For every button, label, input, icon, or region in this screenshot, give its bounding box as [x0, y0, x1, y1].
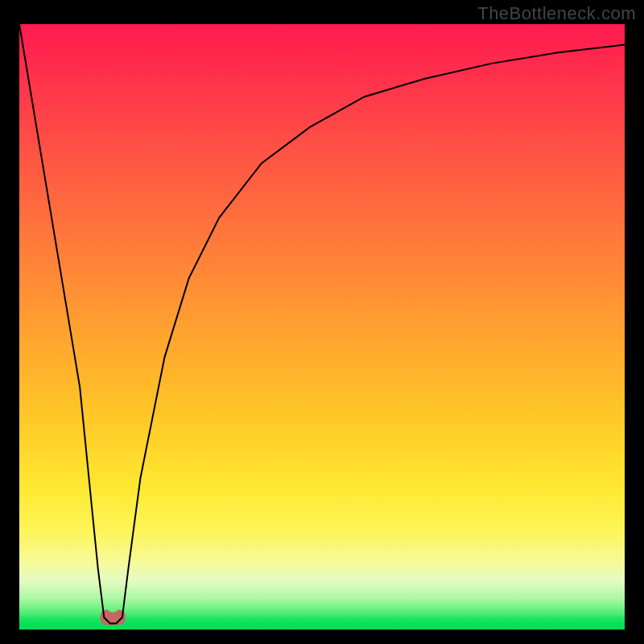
bottleneck-curve: [19, 24, 625, 623]
chart-frame: TheBottleneck.com: [0, 0, 644, 644]
curve-layer: [19, 24, 625, 630]
watermark-text: TheBottleneck.com: [477, 3, 636, 24]
plot-area: [19, 24, 625, 630]
